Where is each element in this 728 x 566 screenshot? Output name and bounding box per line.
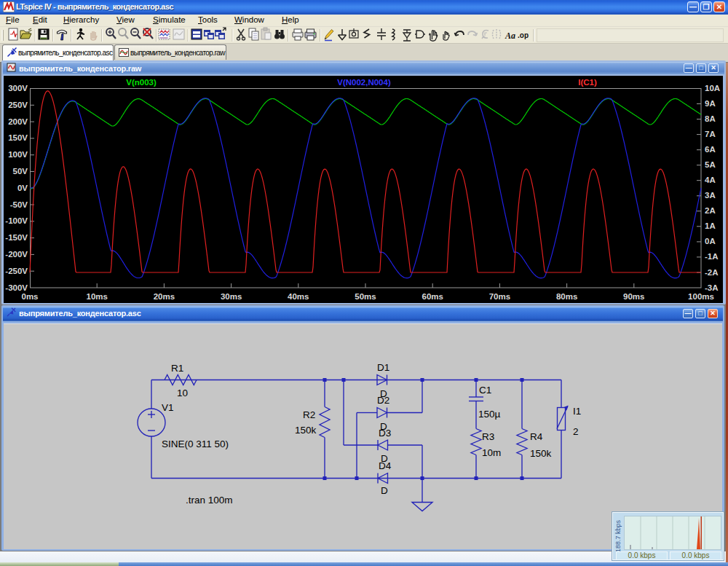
svg-text:-1A: -1A bbox=[705, 252, 719, 261]
svg-text:8A: 8A bbox=[705, 114, 716, 123]
svg-text:40ms: 40ms bbox=[288, 291, 309, 300]
svg-text:10m: 10m bbox=[482, 447, 501, 457]
svg-text:6A: 6A bbox=[705, 145, 716, 154]
svg-text:90ms: 90ms bbox=[623, 291, 644, 300]
svg-text:-150V: -150V bbox=[5, 233, 28, 242]
svg-text:-100V: -100V bbox=[5, 216, 28, 225]
svg-text:-200V: -200V bbox=[5, 249, 28, 258]
svg-text:150k: 150k bbox=[530, 447, 552, 458]
svg-text:4A: 4A bbox=[705, 176, 716, 184]
svg-text:100V: 100V bbox=[8, 150, 28, 159]
svg-text:2: 2 bbox=[573, 425, 579, 436]
svg-text:-250V: -250V bbox=[5, 266, 28, 275]
svg-text:100ms: 100ms bbox=[688, 291, 714, 300]
svg-text:V1: V1 bbox=[162, 401, 174, 412]
svg-text:5A: 5A bbox=[705, 160, 716, 169]
svg-text:0V: 0V bbox=[17, 183, 28, 192]
svg-text:200V: 200V bbox=[8, 117, 28, 125]
svg-text:20ms: 20ms bbox=[154, 291, 175, 300]
svg-text:R2: R2 bbox=[303, 409, 315, 420]
svg-text:10: 10 bbox=[177, 387, 188, 398]
svg-text:R1: R1 bbox=[171, 362, 183, 373]
svg-text:70ms: 70ms bbox=[489, 291, 510, 300]
svg-text:50V: 50V bbox=[13, 167, 28, 176]
svg-text:SINE(0 311 50): SINE(0 311 50) bbox=[162, 438, 229, 449]
svg-text:-3A: -3A bbox=[705, 283, 719, 291]
svg-text:D4: D4 bbox=[379, 460, 392, 471]
svg-text:D2: D2 bbox=[377, 394, 389, 405]
svg-text:9A: 9A bbox=[705, 99, 716, 108]
svg-text:V(n003): V(n003) bbox=[126, 78, 157, 87]
svg-text:.tran 100m: .tran 100m bbox=[186, 494, 233, 505]
svg-text:2A: 2A bbox=[705, 206, 716, 215]
svg-text:30ms: 30ms bbox=[221, 291, 242, 300]
svg-text:150k: 150k bbox=[295, 424, 317, 435]
svg-text:250V: 250V bbox=[8, 100, 28, 109]
svg-text:3A: 3A bbox=[705, 191, 716, 200]
svg-text:-300V: -300V bbox=[5, 283, 28, 291]
svg-text:300V: 300V bbox=[8, 84, 28, 93]
svg-text:50ms: 50ms bbox=[355, 291, 376, 300]
svg-text:60ms: 60ms bbox=[422, 291, 443, 300]
svg-text:1A: 1A bbox=[705, 221, 716, 230]
svg-text:D: D bbox=[381, 484, 388, 495]
svg-text:.op: .op bbox=[518, 31, 529, 39]
svg-text:D1: D1 bbox=[377, 361, 389, 372]
svg-text:C1: C1 bbox=[479, 384, 491, 395]
svg-text:Aa: Aa bbox=[505, 31, 515, 41]
svg-text:0ms: 0ms bbox=[21, 291, 38, 300]
svg-text:-2A: -2A bbox=[705, 267, 719, 276]
svg-text:10ms: 10ms bbox=[86, 291, 107, 300]
svg-text:10A: 10A bbox=[705, 84, 720, 93]
svg-text:R3: R3 bbox=[482, 431, 494, 441]
svg-text:V(N002,N004): V(N002,N004) bbox=[337, 78, 391, 87]
svg-text:I1: I1 bbox=[573, 405, 581, 416]
svg-text:0A: 0A bbox=[705, 237, 716, 245]
svg-text:R4: R4 bbox=[530, 431, 543, 441]
svg-text:I(C1): I(C1) bbox=[578, 78, 597, 87]
svg-text:-50V: -50V bbox=[10, 200, 28, 208]
svg-text:D3: D3 bbox=[379, 427, 391, 438]
svg-text:150V: 150V bbox=[8, 133, 28, 142]
svg-text:7A: 7A bbox=[705, 130, 716, 138]
svg-text:150µ: 150µ bbox=[478, 408, 501, 419]
svg-text:80ms: 80ms bbox=[556, 291, 577, 300]
